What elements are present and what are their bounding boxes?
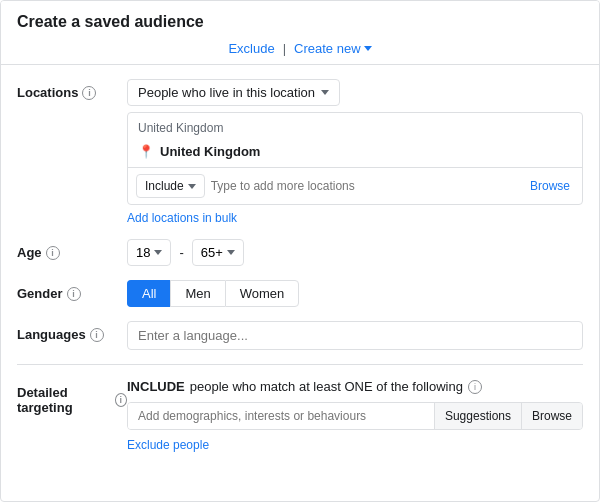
location-controls: Include Browse: [128, 167, 582, 204]
age-max-chevron-icon: [227, 250, 235, 255]
location-type-chevron-icon: [321, 90, 329, 95]
age-content: 18 - 65+: [127, 239, 583, 266]
detailed-targeting-description: INCLUDE people who match at least ONE of…: [127, 379, 583, 394]
gender-men-button[interactable]: Men: [170, 280, 224, 307]
targeting-search-input[interactable]: [128, 403, 434, 429]
panel-title: Create a saved audience: [17, 13, 583, 41]
gender-content: All Men Women: [127, 280, 583, 307]
location-search-input[interactable]: [211, 179, 520, 193]
language-input[interactable]: [127, 321, 583, 350]
locations-label: Locations i: [17, 79, 127, 100]
detailed-targeting-info-icon: i: [115, 393, 127, 407]
detailed-targeting-row: Detailed targeting i INCLUDE people who …: [17, 379, 583, 452]
detailed-targeting-content: INCLUDE people who match at least ONE of…: [127, 379, 583, 452]
gender-all-button[interactable]: All: [127, 280, 170, 307]
link-separator: |: [283, 41, 286, 56]
add-bulk-link[interactable]: Add locations in bulk: [127, 211, 583, 225]
languages-row: Languages i: [17, 321, 583, 350]
detailed-targeting-label: Detailed targeting i: [17, 379, 127, 415]
create-new-chevron-icon: [364, 46, 372, 51]
locations-row: Locations i People who live in this loca…: [17, 79, 583, 225]
location-browse-button[interactable]: Browse: [526, 177, 574, 195]
include-dropdown[interactable]: Include: [136, 174, 205, 198]
targeting-browse-button[interactable]: Browse: [521, 403, 582, 429]
targeting-input-row: Suggestions Browse: [127, 402, 583, 430]
locations-content: People who live in this location United …: [127, 79, 583, 225]
selected-location-item: 📍 United Kingdom: [128, 139, 582, 167]
location-type-dropdown[interactable]: People who live in this location: [127, 79, 340, 106]
age-dash: -: [179, 245, 183, 260]
exclude-people-link[interactable]: Exclude people: [127, 438, 583, 452]
create-audience-panel: Create a saved audience Exclude | Create…: [0, 0, 600, 502]
age-max-dropdown[interactable]: 65+: [192, 239, 244, 266]
section-divider: [17, 364, 583, 365]
age-min-chevron-icon: [154, 250, 162, 255]
age-row: Age i 18 - 65+: [17, 239, 583, 266]
top-links: Exclude | Create new: [17, 41, 583, 64]
gender-info-icon: i: [67, 287, 81, 301]
age-controls: 18 - 65+: [127, 239, 583, 266]
location-box: United Kingdom 📍 United Kingdom Include …: [127, 112, 583, 205]
detailed-desc-info-icon: i: [468, 380, 482, 394]
gender-btn-group: All Men Women: [127, 280, 583, 307]
languages-info-icon: i: [90, 328, 104, 342]
location-search-text: United Kingdom: [128, 113, 582, 139]
location-pin-icon: 📍: [138, 144, 154, 159]
exclude-link[interactable]: Exclude: [228, 41, 274, 56]
form-body: Locations i People who live in this loca…: [1, 65, 599, 480]
languages-label: Languages i: [17, 321, 127, 342]
locations-info-icon: i: [82, 86, 96, 100]
gender-row: Gender i All Men Women: [17, 280, 583, 307]
gender-women-button[interactable]: Women: [225, 280, 300, 307]
age-info-icon: i: [46, 246, 60, 260]
include-chevron-icon: [188, 184, 196, 189]
suggestions-button[interactable]: Suggestions: [434, 403, 521, 429]
age-min-dropdown[interactable]: 18: [127, 239, 171, 266]
gender-label: Gender i: [17, 280, 127, 301]
age-label: Age i: [17, 239, 127, 260]
panel-header: Create a saved audience Exclude | Create…: [1, 1, 599, 65]
languages-content: [127, 321, 583, 350]
create-new-link[interactable]: Create new: [294, 41, 371, 56]
